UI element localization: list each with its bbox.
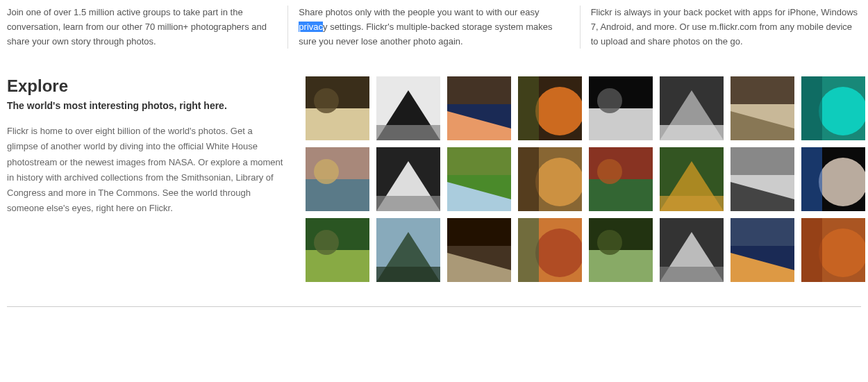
svg-rect-53 — [376, 267, 440, 282]
photo-icon — [660, 147, 724, 211]
svg-rect-71 — [801, 218, 822, 282]
photo-icon — [660, 76, 724, 140]
thumbnail-lake-mountains[interactable] — [376, 218, 440, 282]
feature-text: Flickr is always in your back pocket wit… — [591, 7, 858, 47]
svg-point-50 — [314, 230, 339, 255]
svg-rect-59 — [518, 218, 539, 282]
thumbnail-street-crowd-bw[interactable] — [660, 218, 724, 282]
svg-rect-11 — [518, 76, 539, 140]
photo-icon — [589, 147, 653, 211]
feature-text-pre: Share photos only with the people you wa… — [299, 7, 539, 17]
thumbnail-riverside-buildings[interactable] — [306, 147, 369, 211]
explore-section: Explore The world's most interesting pho… — [7, 76, 861, 282]
thumbnail-skyline-dusk[interactable] — [731, 218, 794, 282]
photo-icon — [447, 76, 511, 140]
svg-point-62 — [597, 230, 622, 255]
svg-rect-35 — [518, 147, 539, 211]
svg-point-10 — [535, 87, 582, 135]
photo-icon — [376, 147, 440, 211]
svg-rect-65 — [660, 267, 724, 282]
photo-icon — [518, 218, 582, 282]
svg-point-22 — [819, 87, 865, 135]
svg-rect-37 — [589, 179, 653, 211]
thumbnail-wedding-bw[interactable] — [376, 76, 440, 140]
svg-rect-5 — [376, 125, 440, 140]
thumbnail-autumn-hill[interactable] — [589, 147, 653, 211]
svg-point-34 — [535, 158, 582, 206]
photo-icon — [376, 76, 440, 140]
svg-rect-13 — [589, 108, 653, 140]
photo-icon — [376, 218, 440, 282]
svg-rect-67 — [731, 218, 794, 246]
photo-icon — [589, 218, 653, 282]
photo-icon — [447, 147, 511, 211]
explore-heading: Explore — [7, 76, 285, 96]
feature-col-groups: Join one of over 1.5 million active grou… — [7, 6, 288, 49]
photo-icon — [801, 76, 865, 140]
photo-icon — [801, 218, 865, 282]
svg-rect-43 — [731, 147, 794, 175]
photo-icon — [306, 76, 369, 140]
explore-body: Flickr is home to over eight billion of … — [7, 124, 285, 216]
thumbnail-autumn-valley[interactable] — [518, 218, 582, 282]
svg-point-70 — [819, 229, 865, 277]
photo-icon — [589, 76, 653, 140]
svg-rect-41 — [660, 196, 724, 211]
thumbnail-vintage-group-bw[interactable] — [731, 147, 794, 211]
svg-rect-31 — [447, 147, 511, 175]
selected-text: privac — [299, 22, 323, 32]
feature-columns: Join one of over 1.5 million active grou… — [7, 6, 861, 49]
thumbnail-palm-sunset[interactable] — [518, 147, 582, 211]
svg-point-14 — [597, 88, 622, 113]
thumbnail-dancer-sepia[interactable] — [306, 76, 369, 140]
thumbnail-green-field-clouds[interactable] — [447, 147, 511, 211]
svg-rect-29 — [376, 196, 440, 211]
thumbnail-vineyard-aerial[interactable] — [660, 147, 724, 211]
svg-point-46 — [819, 158, 865, 206]
svg-rect-7 — [447, 76, 511, 104]
thumbnail-autumn-trees-orange[interactable] — [801, 218, 865, 282]
svg-rect-17 — [660, 125, 724, 140]
thumbnail-pier-underside[interactable] — [447, 218, 511, 282]
photo-icon — [306, 218, 369, 282]
photo-icon — [447, 218, 511, 282]
svg-rect-55 — [447, 218, 511, 246]
thumbnail-building-tan[interactable] — [731, 76, 794, 140]
svg-point-38 — [597, 159, 622, 184]
thumbnail-underwater-teal[interactable] — [801, 76, 865, 140]
photo-icon — [731, 147, 794, 211]
photo-icon — [306, 147, 369, 211]
feature-col-privacy: Share photos only with the people you wa… — [288, 6, 580, 49]
svg-point-26 — [314, 159, 339, 184]
svg-rect-49 — [306, 250, 369, 282]
photo-icon — [660, 218, 724, 282]
explore-subtitle: The world's most interesting photos, rig… — [7, 100, 285, 111]
svg-rect-25 — [306, 179, 369, 211]
thumbnail-forest-path[interactable] — [306, 218, 369, 282]
thumbnail-blue-eye[interactable] — [801, 147, 865, 211]
svg-rect-47 — [801, 147, 822, 211]
explore-copy: Explore The world's most interesting pho… — [7, 76, 285, 216]
photo-icon — [731, 76, 794, 140]
svg-rect-23 — [801, 76, 822, 140]
svg-rect-1 — [306, 108, 369, 140]
feature-text: Join one of over 1.5 million active grou… — [7, 7, 267, 47]
thumbnail-rocks-bw[interactable] — [660, 76, 724, 140]
thumbnail-pine-forest[interactable] — [589, 218, 653, 282]
photo-icon — [801, 147, 865, 211]
thumbnail-boats-bw[interactable] — [376, 147, 440, 211]
feature-col-mobile: Flickr is always in your back pocket wit… — [581, 6, 861, 49]
photo-icon — [518, 147, 582, 211]
photo-icon — [518, 76, 582, 140]
thumbnail-bridge-sunset[interactable] — [447, 76, 511, 140]
explore-thumbnail-grid — [306, 76, 865, 282]
svg-point-2 — [314, 88, 339, 113]
svg-rect-19 — [731, 76, 794, 104]
section-divider — [7, 306, 861, 307]
svg-rect-61 — [589, 250, 653, 282]
svg-point-58 — [535, 229, 582, 277]
thumbnail-ring-bw[interactable] — [589, 76, 653, 140]
feature-text-post: y settings. Flickr's multiple-backed sto… — [299, 22, 552, 47]
thumbnail-field-sunset[interactable] — [518, 76, 582, 140]
photo-icon — [731, 218, 794, 282]
